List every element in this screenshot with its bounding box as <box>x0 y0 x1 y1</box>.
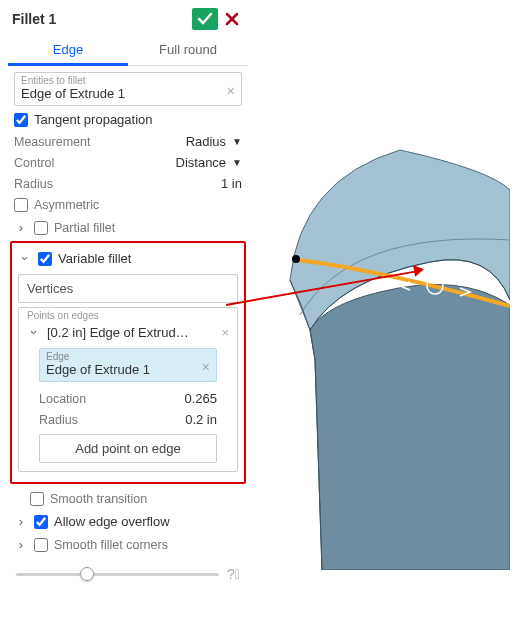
edge-label: Edge <box>46 351 210 362</box>
variable-label: Variable fillet <box>58 251 131 266</box>
radius-row[interactable]: Radius 1 in <box>8 173 248 194</box>
cancel-button[interactable] <box>220 11 244 27</box>
partial-checkbox[interactable] <box>34 221 48 235</box>
points-on-edges-box: Points on edges › [0.2 in] Edge of Extru… <box>18 307 238 472</box>
opacity-slider[interactable] <box>16 564 219 584</box>
point-radius-value[interactable]: 0.2 in <box>185 412 217 427</box>
control-value: Distance <box>176 155 227 170</box>
smooth-corners-label: Smooth fillet corners <box>54 538 168 552</box>
chevron-down-icon[interactable]: › <box>18 252 33 266</box>
chevron-down-icon: ▼ <box>232 157 242 168</box>
partial-fillet-row[interactable]: › Partial fillet <box>8 216 248 239</box>
smooth-transition-row[interactable]: Smooth transition <box>8 488 248 510</box>
svg-point-1 <box>292 255 300 263</box>
radius-value: 1 in <box>221 176 242 191</box>
chevron-right-icon[interactable]: › <box>14 537 28 552</box>
smooth-transition-label: Smooth transition <box>50 492 147 506</box>
callout-arrowhead <box>413 263 425 277</box>
location-label: Location <box>39 392 86 406</box>
vertices-label: Vertices <box>27 281 73 296</box>
variable-checkbox[interactable] <box>38 252 52 266</box>
chevron-down-icon: ▼ <box>232 136 242 147</box>
tab-edge[interactable]: Edge <box>8 36 128 66</box>
measurement-value: Radius <box>186 134 226 149</box>
clear-entities-icon[interactable]: × <box>227 83 235 99</box>
tangent-label: Tangent propagation <box>34 112 153 127</box>
control-label: Control <box>14 156 54 170</box>
allow-overflow-checkbox[interactable] <box>34 515 48 529</box>
point-radius-label: Radius <box>39 413 78 427</box>
point-item-label: [0.2 in] Edge of Extrud… <box>47 325 215 340</box>
entities-field[interactable]: Entities to fillet Edge of Extrude 1 × <box>14 72 242 106</box>
check-icon <box>197 12 213 26</box>
edge-value: Edge of Extrude 1 <box>46 362 210 377</box>
points-label: Points on edges <box>23 310 233 321</box>
chevron-right-icon[interactable]: › <box>14 220 28 235</box>
add-point-button[interactable]: Add point on edge <box>39 434 217 463</box>
tangent-propagation-row[interactable]: Tangent propagation <box>8 108 248 131</box>
tabs: Edge Full round <box>8 36 248 66</box>
remove-point-icon[interactable]: × <box>221 325 229 340</box>
tab-full-round[interactable]: Full round <box>128 36 248 65</box>
allow-overflow-row[interactable]: › Allow edge overflow <box>8 510 248 533</box>
help-icon[interactable]: ?⃝ <box>227 566 240 582</box>
add-point-label: Add point on edge <box>75 441 181 456</box>
smooth-corners-checkbox[interactable] <box>34 538 48 552</box>
asymmetric-label: Asymmetric <box>34 198 99 212</box>
clear-edge-icon[interactable]: × <box>202 359 210 375</box>
page-title: Fillet 1 <box>12 11 56 27</box>
asymmetric-checkbox[interactable] <box>14 198 28 212</box>
accept-button[interactable] <box>192 8 218 30</box>
fillet-panel: Fillet 1 Edge Full round Entities to fil… <box>8 6 248 586</box>
measurement-row[interactable]: Measurement Radius ▼ <box>8 131 248 152</box>
entities-value: Edge of Extrude 1 <box>21 86 235 101</box>
viewport-3d[interactable] <box>260 100 510 570</box>
asymmetric-row[interactable]: Asymmetric <box>8 194 248 216</box>
control-row[interactable]: Control Distance ▼ <box>8 152 248 173</box>
smooth-transition-checkbox[interactable] <box>30 492 44 506</box>
location-value[interactable]: 0.265 <box>184 391 217 406</box>
measurement-label: Measurement <box>14 135 90 149</box>
radius-label: Radius <box>14 177 53 191</box>
chevron-right-icon[interactable]: › <box>14 514 28 529</box>
variable-fillet-row[interactable]: › Variable fillet <box>16 247 240 270</box>
tangent-checkbox[interactable] <box>14 113 28 127</box>
partial-label: Partial fillet <box>54 221 115 235</box>
chevron-down-icon[interactable]: › <box>27 326 42 340</box>
point-item-row[interactable]: › [0.2 in] Edge of Extrud… × <box>23 321 233 344</box>
allow-overflow-label: Allow edge overflow <box>54 514 170 529</box>
smooth-corners-row[interactable]: › Smooth fillet corners <box>8 533 248 556</box>
entities-label: Entities to fillet <box>21 75 235 86</box>
close-icon <box>224 11 240 27</box>
edge-field[interactable]: Edge Edge of Extrude 1 × <box>39 348 217 382</box>
variable-fillet-section: › Variable fillet Vertices Points on edg… <box>10 241 246 484</box>
vertices-field[interactable]: Vertices <box>18 274 238 303</box>
